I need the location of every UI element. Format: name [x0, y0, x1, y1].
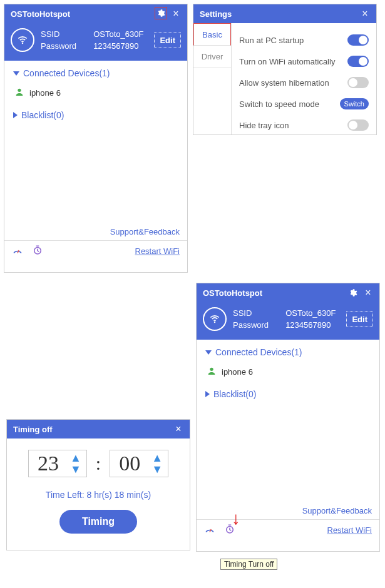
row-speed-mode: Switch to speed mode Switch — [239, 93, 369, 114]
support-feedback-link[interactable]: Support&Feedback — [197, 506, 379, 519]
close-icon[interactable]: × — [172, 423, 185, 435]
time-colon: : — [96, 453, 101, 474]
device-row[interactable]: iphone 6 — [13, 84, 178, 101]
chevron-down-icon — [13, 71, 19, 76]
edit-button[interactable]: Edit — [154, 33, 181, 48]
settings-window: Settings × Basic Driver Run at PC startu… — [193, 4, 377, 135]
hours-up-icon[interactable]: ▲ — [70, 454, 81, 462]
tab-driver[interactable]: Driver — [193, 46, 231, 68]
tab-basic[interactable]: Basic — [193, 23, 231, 46]
switch-speed-mode[interactable]: Switch — [340, 98, 369, 109]
device-name: iphone 6 — [222, 367, 253, 377]
close-icon[interactable]: × — [362, 286, 374, 299]
speed-meter-icon[interactable] — [12, 245, 23, 258]
close-icon[interactable]: × — [170, 8, 182, 20]
main-body: Connected Devices(1) iphone 6 Blacklist(… — [197, 340, 379, 506]
app-title: OSTotoHotspot — [203, 288, 344, 298]
settings-body: Basic Driver Run at PC startup Turn on W… — [193, 23, 376, 134]
hours-value: 23 — [30, 452, 66, 475]
main-body: Connected Devices(1) iphone 6 Blacklist(… — [4, 61, 187, 227]
hotspot-header: SSID OSToto_630F Password 1234567890 Edi… — [4, 23, 187, 61]
timer-icon[interactable] — [32, 245, 43, 258]
restart-wifi-link[interactable]: Restart WiFi — [327, 525, 372, 535]
main-titlebar: OSTotoHotspot × — [4, 4, 187, 23]
blacklist-toggle[interactable]: Blacklist(0) — [205, 389, 371, 399]
timing-button[interactable]: Timing — [59, 510, 137, 534]
settings-rows: Run at PC startup Turn on WiFi automatic… — [232, 23, 376, 134]
settings-titlebar: Settings × — [193, 4, 376, 23]
gear-icon[interactable] — [347, 286, 359, 299]
connected-devices-toggle[interactable]: Connected Devices(1) — [13, 68, 178, 78]
toggle-run-at-startup[interactable] — [347, 34, 369, 46]
blacklist-label: Blacklist(0) — [21, 110, 64, 120]
toggle-hide-tray[interactable] — [347, 119, 369, 131]
svg-point-0 — [22, 43, 24, 44]
minutes-value: 00 — [111, 452, 148, 475]
row-label: Allow system hibernation — [239, 78, 329, 88]
time-left-label: Time Left: 8 hr(s) 18 min(s) — [18, 490, 178, 500]
minutes-down-icon[interactable]: ▼ — [151, 465, 163, 474]
chevron-right-icon — [13, 112, 18, 118]
device-name: iphone 6 — [29, 88, 61, 98]
hours-down-icon[interactable]: ▼ — [70, 465, 81, 474]
main-window-2: OSTotoHotspot × SSID OSToto_630F Passwor… — [196, 283, 380, 552]
annotation-arrow-icon: ↓ — [232, 509, 240, 529]
chevron-down-icon — [205, 350, 212, 355]
row-run-at-startup: Run at PC startup — [239, 29, 369, 51]
password-label: Password — [41, 41, 87, 51]
app-title: OSTotoHotspot — [11, 9, 152, 19]
support-feedback-link[interactable]: Support&Feedback — [4, 227, 187, 240]
row-label: Hide tray icon — [239, 121, 289, 130]
timing-body: 23 ▲ ▼ : 00 ▲ ▼ Time Left: 8 hr(s) 18 mi… — [7, 438, 190, 545]
toggle-wifi-auto[interactable] — [347, 56, 369, 67]
blacklist-toggle[interactable]: Blacklist(0) — [13, 110, 178, 120]
svg-point-4 — [210, 368, 213, 371]
hotspot-info: SSID OSToto_630F Password 1234567890 — [233, 308, 346, 330]
hotspot-icon — [11, 28, 34, 52]
main-footer: Restart WiFi — [197, 519, 379, 540]
row-hibernation: Allow system hibernation — [239, 72, 369, 93]
user-icon — [14, 87, 24, 99]
settings-title: Settings — [200, 9, 356, 19]
ssid-label: SSID — [41, 29, 87, 39]
row-hide-tray: Hide tray icon — [239, 114, 369, 136]
ssid-label: SSID — [233, 308, 279, 318]
minutes-up-icon[interactable]: ▲ — [151, 454, 163, 462]
password-label: Password — [233, 320, 279, 330]
ssid-value: OSToto_630F — [93, 29, 154, 39]
hours-spinner[interactable]: 23 ▲ ▼ — [28, 450, 87, 477]
edit-button[interactable]: Edit — [346, 312, 373, 327]
minutes-spinner[interactable]: 00 ▲ ▼ — [110, 450, 168, 477]
row-wifi-auto: Turn on WiFi automatically — [239, 51, 369, 72]
speed-meter-icon[interactable] — [204, 524, 215, 537]
close-icon[interactable]: × — [359, 8, 371, 20]
blacklist-label: Blacklist(0) — [213, 389, 256, 399]
main-footer: Restart WiFi — [4, 240, 187, 261]
ssid-value: OSToto_630F — [285, 308, 346, 318]
time-spinners: 23 ▲ ▼ : 00 ▲ ▼ — [18, 450, 178, 477]
hotspot-header: SSID OSToto_630F Password 1234567890 Edi… — [197, 302, 379, 340]
restart-wifi-link[interactable]: Restart WiFi — [135, 246, 180, 256]
row-label: Run at PC startup — [239, 36, 304, 45]
connected-devices-label: Connected Devices(1) — [215, 347, 302, 357]
main-titlebar: OSTotoHotspot × — [197, 283, 379, 302]
hotspot-icon — [203, 307, 227, 331]
device-row[interactable]: iphone 6 — [205, 363, 371, 380]
hotspot-info: SSID OSToto_630F Password 1234567890 — [41, 29, 154, 51]
timer-tooltip: Timing Turn off — [220, 559, 277, 570]
password-value: 1234567890 — [285, 320, 346, 330]
timing-window: Timing off × 23 ▲ ▼ : 00 ▲ ▼ Time Left: … — [6, 419, 190, 550]
chevron-right-icon — [205, 391, 210, 397]
connected-devices-label: Connected Devices(1) — [23, 68, 110, 78]
toggle-hibernation[interactable] — [347, 77, 369, 88]
row-label: Turn on WiFi automatically — [239, 57, 335, 66]
gear-icon[interactable] — [155, 7, 167, 19]
password-value: 1234567890 — [93, 41, 154, 51]
settings-tabs: Basic Driver — [193, 23, 232, 134]
row-label: Switch to speed mode — [239, 99, 319, 109]
svg-point-3 — [214, 322, 216, 323]
connected-devices-toggle[interactable]: Connected Devices(1) — [205, 347, 371, 357]
svg-point-1 — [18, 89, 21, 92]
timing-title: Timing off — [13, 425, 170, 434]
timing-titlebar: Timing off × — [7, 420, 190, 438]
